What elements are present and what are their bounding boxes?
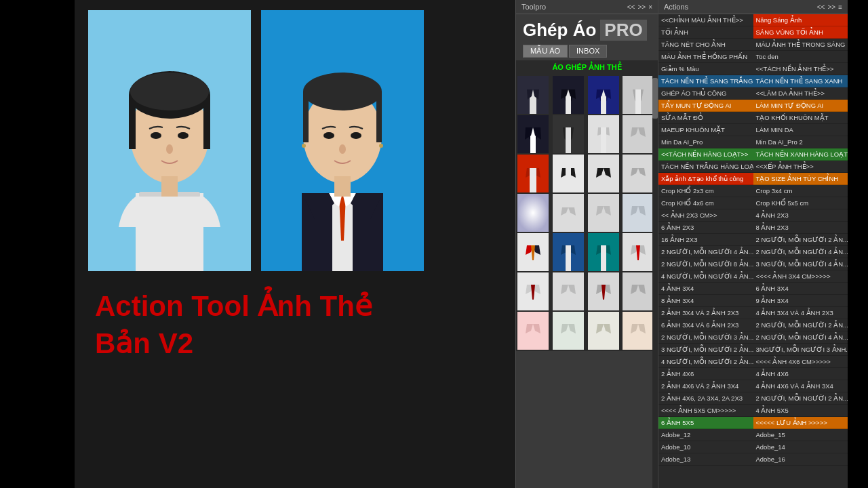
clothes-item[interactable] [517, 233, 549, 271]
clothes-item[interactable] [517, 155, 549, 192]
action-cell-right[interactable]: <<XẾP ẢNH THẺ>> [753, 161, 848, 173]
action-cell-right[interactable]: TÁCH NỀN XANH HÀNG LOẠT [753, 148, 848, 161]
action-cell-right[interactable]: 2 NGƯỜI, MỖI NGƯỜI 4 ẢN... [753, 246, 848, 258]
clothes-item[interactable] [517, 312, 549, 350]
action-cell-left[interactable]: 6 ẢNH 3X4 VÀ 6 ẢNH 2X3 [658, 319, 753, 331]
action-cell-right[interactable]: 2 NGƯỜI, MỖI NGƯỜI 2 ẢN... [753, 319, 848, 331]
action-cell-left[interactable]: <<TÁCH NỀN HÀNG LOẠT>> [658, 148, 753, 161]
toolpro-controls[interactable]: << >> × [627, 3, 652, 11]
action-cell-left[interactable]: 8 ẢNH 3X4 [658, 295, 753, 307]
action-cell-left[interactable]: Giảm % Màu [658, 63, 753, 75]
action-cell-right[interactable]: Crop 3x4 cm [753, 185, 848, 197]
action-cell-left[interactable]: TÁCH NỀN TRẮNG HÀNG LOẠT [658, 161, 753, 173]
clothes-item[interactable] [623, 115, 654, 153]
action-cell-left[interactable]: 6 ẢNH 2X3 [658, 222, 753, 234]
clothes-item[interactable] [623, 312, 654, 350]
action-cell-right[interactable]: 4 ẢNH 2X3 [753, 209, 848, 222]
action-cell-right[interactable]: 3 NGƯỜI, MỖI NGƯỜI 4 ẢN... [753, 258, 848, 270]
action-cell-left[interactable]: Min Da AI_Pro [658, 136, 753, 148]
action-cell-right[interactable]: 4 ẢNH 3X4 VÀ 4 ẢNH 2X3 [753, 307, 848, 319]
action-cell-left[interactable]: <<CHỈNH MÀU ẢNH THẺ>> [658, 14, 753, 26]
action-cell-left[interactable]: 2 NGƯỜI, MỖI NGƯỜI 3 ẢN... [658, 331, 753, 344]
action-cell-left[interactable]: 4 NGƯỜI, MỖI NGƯỜI 2 ẢN... [658, 356, 753, 368]
action-cell-right[interactable]: <<<< ẢNH 4X6 CM>>>>> [753, 356, 848, 368]
action-cell-left[interactable]: Adobe_13 [658, 453, 753, 466]
actions-ctrl-menu[interactable]: ≡ [838, 3, 842, 11]
action-cell-left[interactable]: 2 ẢNH 4X6 VÀ 2 ẢNH 3X4 [658, 380, 753, 392]
clothes-item[interactable] [553, 155, 584, 192]
action-cell-right[interactable]: <<<< ẢNH 3X4 CM>>>>> [753, 270, 848, 283]
action-cell-right[interactable]: 8 ẢNH 2X3 [753, 222, 848, 234]
action-cell-left[interactable]: <<<< ẢNH 5X5 CM>>>>> [658, 405, 753, 417]
clothes-item[interactable] [588, 155, 619, 192]
action-cell-right[interactable]: <<<<< LƯU ẢNH >>>>> [753, 417, 848, 429]
actions-controls[interactable]: << >> ≡ [817, 3, 842, 11]
action-cell-right[interactable]: TẠO KHỐI KHUÔN MẶT [753, 112, 848, 124]
clothes-item[interactable] [553, 76, 584, 114]
action-cell-left[interactable]: 2 ẢNH 4X6 [658, 368, 753, 380]
action-cell-left[interactable]: 2 ẢNH 3X4 VÀ 2 ẢNH 2X3 [658, 307, 753, 319]
action-cell-right[interactable]: Nâng Sáng Ảnh [753, 14, 848, 26]
clothes-item[interactable] [517, 194, 549, 232]
tab-inbox[interactable]: INBOX [569, 45, 607, 58]
toolpro-ctrl-close[interactable]: × [648, 3, 652, 11]
action-cell-left[interactable]: Xắp ảnh &Tạo khổ thủ công [658, 173, 753, 185]
action-cell-right[interactable]: Adobe_15 [753, 429, 848, 441]
action-cell-right[interactable]: Toc den [753, 51, 848, 63]
actions-ctrl-collapse[interactable]: << [817, 3, 825, 11]
toolpro-ctrl-collapse[interactable]: << [627, 3, 635, 11]
action-cell-left[interactable]: 16 ẢNH 2X3 [658, 234, 753, 246]
action-cell-right[interactable]: 4 ẢNH 5X5 [753, 405, 848, 417]
action-cell-right[interactable]: Crop KHỔ 5x5 cm [753, 197, 848, 209]
action-cell-right[interactable]: TẠO SIZE ẢNH TÙY CHỈNH [753, 173, 848, 185]
action-cell-left[interactable]: MAEUP KHUÔN MẶT [658, 124, 753, 136]
scrollbar-track[interactable] [652, 75, 658, 488]
clothes-item[interactable] [588, 272, 619, 310]
action-cell-right[interactable]: 4 ẢNH 4X6 [753, 368, 848, 380]
action-cell-left[interactable]: TỐI ẢNH [658, 26, 753, 39]
action-cell-right[interactable]: 3NGƯỜI, MỖI NGƯỜI 3 ẢNH... [753, 344, 848, 356]
action-cell-right[interactable]: 2 NGƯỜI, MỖI NGƯỜI 4 ẢN... [753, 331, 848, 344]
action-cell-left[interactable]: 4 NGƯỜI, MỖI NGƯỜI 4 ẢN... [658, 270, 753, 283]
action-cell-right[interactable]: Adobe_16 [753, 453, 848, 466]
action-cell-left[interactable]: MÀU ẢNH THẺ HỒNG PHẤN [658, 51, 753, 63]
action-cell-left[interactable]: GHÉP ÁO THỦ CÔNG [658, 87, 753, 100]
action-cell-left[interactable]: 6 ẢNH 5X5 [658, 417, 753, 429]
clothes-item[interactable] [623, 76, 654, 114]
clothes-item[interactable] [623, 194, 654, 232]
clothes-item[interactable] [623, 272, 654, 310]
clothes-item[interactable] [623, 233, 654, 271]
action-cell-left[interactable]: SỬA MẮT ĐỎ [658, 112, 753, 124]
action-cell-right[interactable]: LÀM MIN DA [753, 124, 848, 136]
clothes-item[interactable] [588, 194, 619, 232]
clothes-item[interactable] [588, 76, 619, 114]
action-cell-right[interactable]: LÀM MIN TỰ ĐỘNG AI [753, 100, 848, 112]
tab-mau-ao[interactable]: MẪU ÁO [523, 45, 568, 58]
action-cell-right[interactable]: TÁCH NỀN THẺ SANG XANH [753, 75, 848, 87]
action-cell-left[interactable]: Adobe_12 [658, 429, 753, 441]
clothes-item[interactable] [517, 76, 549, 114]
action-cell-left[interactable]: << ẢNH 2X3 CM>> [658, 209, 753, 222]
clothes-item[interactable] [553, 272, 584, 310]
action-cell-right[interactable]: Min Da AI_Pro 2 [753, 136, 848, 148]
action-cell-left[interactable]: Crop KHỔ 4x6 cm [658, 197, 753, 209]
clothes-item[interactable] [553, 115, 584, 153]
clothes-item[interactable] [517, 115, 549, 153]
action-cell-left[interactable]: 2 NGƯỜI, MỖI NGƯỜI 8 ẢN... [658, 258, 753, 270]
action-cell-left[interactable]: TẨY MUN TỰ ĐỘNG AI [658, 100, 753, 112]
action-cell-right[interactable]: 2 NGƯỜI, MỖI NGƯỜI 2 ẢN... [753, 234, 848, 246]
clothes-item[interactable] [623, 155, 654, 192]
action-cell-right[interactable]: 6 ẢNH 3X4 [753, 283, 848, 295]
clothes-item[interactable] [588, 233, 619, 271]
clothes-item[interactable] [517, 272, 549, 310]
action-cell-right[interactable]: SÁNG VÙNG TỐI ẢNH [753, 26, 848, 39]
action-cell-left[interactable]: 3 NGƯỜI, MỖI NGƯỜI 2 ẢN... [658, 344, 753, 356]
clothes-item[interactable] [588, 312, 619, 350]
action-cell-left[interactable]: Crop KHỔ 2x3 cm [658, 185, 753, 197]
scrollbar-thumb[interactable] [652, 78, 658, 119]
clothes-item[interactable] [588, 115, 619, 153]
action-cell-right[interactable]: 9 ẢNH 3X4 [753, 295, 848, 307]
toolpro-ctrl-expand[interactable]: >> [637, 3, 646, 11]
action-cell-right[interactable]: <<TÁCH NỀN ẢNH THẺ>> [753, 63, 848, 75]
clothes-item[interactable] [553, 194, 584, 232]
